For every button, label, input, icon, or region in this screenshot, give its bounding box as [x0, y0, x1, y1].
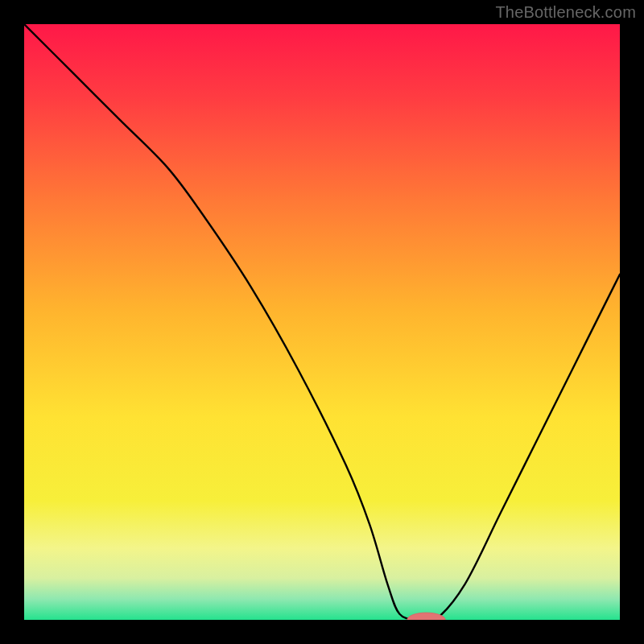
plot-area: [24, 24, 620, 620]
chart-svg: [24, 24, 620, 620]
chart-frame: TheBottleneck.com: [0, 0, 644, 644]
watermark-text: TheBottleneck.com: [495, 3, 636, 22]
